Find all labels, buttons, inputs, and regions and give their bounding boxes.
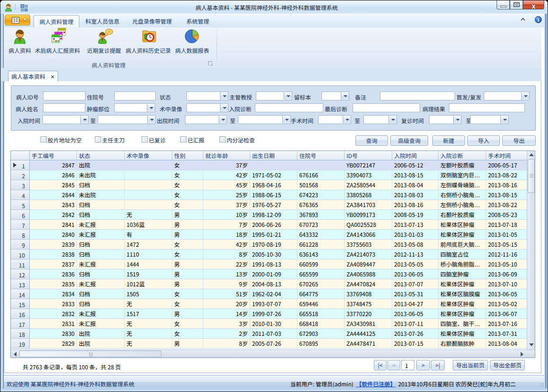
svg-text:i: i (538, 17, 539, 23)
